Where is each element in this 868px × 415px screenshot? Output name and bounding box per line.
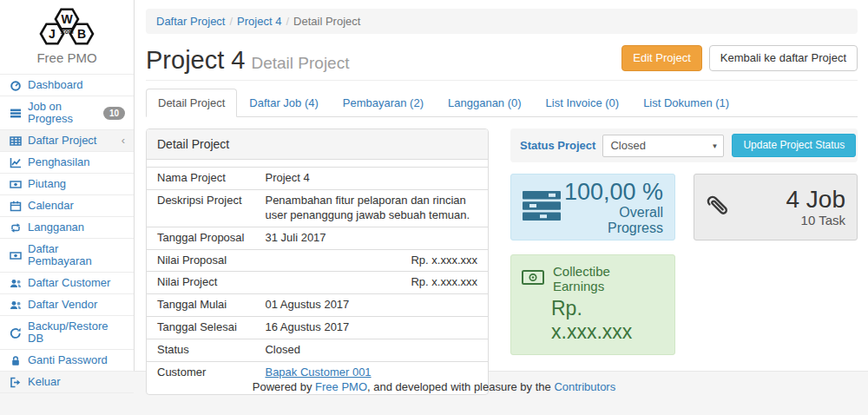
sidebar-item-label: Penghasilan [28, 156, 90, 168]
sidebar-item-label: Daftar Customer [28, 277, 110, 289]
sidebar-item-daftar-vendor[interactable]: Daftar Vendor [0, 293, 134, 315]
back-to-project-list-button[interactable]: Kembali ke daftar Project [709, 45, 858, 71]
table-row: Tanggal Proposal 31 Juli 2017 [147, 227, 488, 249]
customer-link[interactable]: Bapak Customer 001 [265, 366, 371, 379]
sidebar-item-label: Calendar [28, 200, 74, 212]
row-value: 01 Agustus 2017 [254, 294, 488, 317]
earnings-label: Collectibe Earnings [553, 264, 664, 293]
status-project-bar: Status Project Closed ▼ Update Project S… [510, 128, 858, 162]
tab-pembayaran[interactable]: Pembayaran (2) [331, 89, 436, 117]
sidebar-item-keluar[interactable]: Keluar [0, 371, 134, 393]
job-count: 4 Job [786, 187, 846, 213]
calendar-icon [9, 201, 22, 212]
row-label: Tanggal Mulai [147, 294, 254, 317]
contributors-link[interactable]: Contributors [554, 380, 615, 393]
sidebar-item-daftar-project[interactable]: Daftar Project ‹ [0, 129, 134, 151]
sidebar-item-label: Job on Progress [28, 101, 97, 125]
sidebar-item-job-on-progress[interactable]: Job on Progress 10 [0, 96, 134, 129]
footer-text: Powered by [253, 380, 315, 393]
tasks-icon [9, 108, 22, 119]
page-title: Project 4 [146, 46, 245, 74]
line-chart-icon [9, 157, 22, 168]
status-project-label: Status Project [520, 139, 595, 152]
row-value: Penambahan fitur pelaporan dan rincian u… [254, 189, 488, 227]
paperclip-icon [700, 188, 737, 225]
progress-value: 100,00 % [561, 179, 663, 205]
lock-icon [9, 355, 22, 366]
table-row: Tanggal Mulai 01 Agustus 2017 [147, 294, 488, 317]
sidebar-nav: Dashboard Job on Progress 10 Daftar Proj… [0, 74, 134, 393]
chevron-left-icon: ‹ [122, 135, 125, 146]
row-value: Project 4 [254, 168, 488, 190]
sign-out-icon [9, 377, 22, 388]
table-row: Status Closed [147, 339, 488, 362]
money-icon [9, 250, 22, 261]
sidebar-item-calendar[interactable]: Calendar [0, 194, 134, 216]
sidebar-item-label: Daftar Vendor [28, 299, 97, 311]
page-header: Project 4Detail Project Edit ProjectKemb… [146, 34, 858, 81]
update-project-status-button[interactable]: Update Project Status [732, 134, 856, 157]
refresh-icon [9, 327, 22, 339]
sidebar-item-piutang[interactable]: Piutang [0, 173, 134, 194]
sidebar-item-daftar-pembayaran[interactable]: Daftar Pembayaran [0, 238, 134, 272]
sidebar-item-backup-restore-db[interactable]: Backup/Restore DB [0, 315, 134, 349]
app-logo: W J B .com Free PMO [0, 0, 134, 68]
sidebar-item-penghasilan[interactable]: Penghasilan [0, 151, 134, 173]
logo-dot-com: .com [60, 29, 73, 35]
row-label: Nilai Proposal [147, 249, 254, 272]
sidebar-item-label: Ganti Password [28, 354, 108, 366]
sidebar-item-langganan[interactable]: Langganan [0, 216, 134, 238]
panel-title: Detail Project [147, 129, 488, 160]
row-label: Tanggal Proposal [147, 227, 254, 249]
table-row: Tanggal Selesai 16 Agustus 2017 [147, 317, 488, 339]
row-label: Nilai Project [147, 272, 254, 294]
page: W J B .com Free PMO Dashboard Job on Pro… [0, 0, 868, 371]
row-value: Rp. x.xxx.xxx [254, 272, 488, 294]
page-subtitle: Detail Project [251, 54, 349, 72]
breadcrumb: Daftar Project/Project 4/Detail Project [146, 9, 858, 34]
free-pmo-link[interactable]: Free PMO [315, 380, 367, 393]
task-count: 10 Task [786, 213, 846, 227]
sidebar-item-label: Keluar [28, 376, 61, 388]
job-count-badge: 10 [103, 107, 125, 120]
tasks-icon [523, 190, 561, 225]
detail-column: Detail Project Nama Project Project 4 De… [146, 128, 489, 395]
sidebar-item-label: Piutang [28, 178, 66, 190]
logo-letter-w: W [61, 12, 73, 26]
sidebar-item-daftar-customer[interactable]: Daftar Customer [0, 272, 134, 293]
row-value: Closed [254, 339, 488, 362]
status-project-select[interactable]: Closed [602, 135, 724, 157]
sidebar-item-label: Langganan [28, 221, 84, 234]
brand-name: Free PMO [0, 50, 134, 65]
sidebar-item-ganti-password[interactable]: Ganti Password [0, 349, 134, 371]
edit-project-button[interactable]: Edit Project [621, 45, 701, 71]
footer-text: , and developed with pleasure by the [367, 380, 554, 393]
sidebar-item-label: Daftar Pembayaran [28, 243, 125, 267]
sidebar-item-dashboard[interactable]: Dashboard [0, 74, 134, 96]
tab-list-invoice[interactable]: List Invoice (0) [534, 89, 632, 117]
main-content: Daftar Project/Project 4/Detail Project … [135, 0, 868, 371]
tab-langganan[interactable]: Langganan (0) [436, 89, 534, 117]
table-row: Nilai Project Rp. x.xxx.xxx [147, 272, 488, 294]
collectible-earnings-card: Collectibe Earnings Rp. x.xxx.xxx [510, 254, 675, 355]
row-label: Tanggal Selesai [147, 317, 254, 339]
job-summary-card: 4 Job 10 Task [694, 174, 858, 240]
table-row: Nilai Proposal Rp. x.xxx.xxx [147, 249, 488, 272]
logo-letter-b: B [77, 27, 86, 41]
logo-letter-j: J [49, 27, 56, 41]
tab-detail-project[interactable]: Detail Project [146, 89, 237, 117]
table-row: Nama Project Project 4 [147, 168, 488, 190]
tab-daftar-job[interactable]: Daftar Job (4) [237, 89, 330, 117]
breadcrumb-link-daftar-project[interactable]: Daftar Project [156, 15, 225, 28]
row-label: Status [147, 339, 254, 362]
row-value: Rp. x.xxx.xxx [254, 249, 488, 272]
jwb-logo-icon: W J B .com [19, 6, 115, 49]
progress-label: Overall Progress [561, 205, 663, 236]
row-label: Deskripsi Project [147, 189, 254, 227]
tab-list-dokumen[interactable]: List Dokumen (1) [631, 89, 741, 117]
users-icon [9, 278, 22, 289]
users-icon [9, 300, 22, 311]
row-value: 16 Agustus 2017 [254, 317, 488, 339]
breadcrumb-link-project-4[interactable]: Project 4 [237, 15, 281, 28]
breadcrumb-separator: / [225, 15, 237, 28]
